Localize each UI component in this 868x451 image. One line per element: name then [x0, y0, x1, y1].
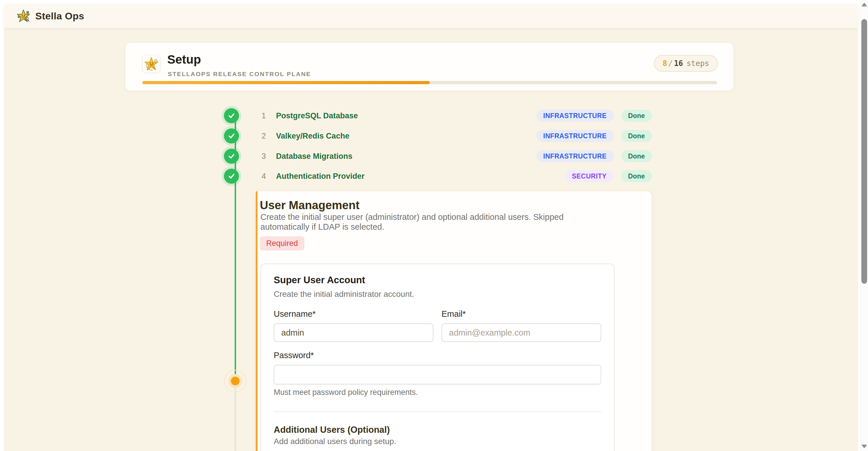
- main-content-area: Setup STELLAOPS RELEASE CONTROL PLANE 8 …: [4, 28, 858, 451]
- password-hint: Must meet password policy requirements.: [274, 388, 601, 397]
- steps-done-count: 8: [662, 59, 667, 68]
- status-badge: Done: [621, 110, 652, 122]
- category-badge: SECURITY: [565, 170, 613, 182]
- steps-label: steps: [687, 59, 709, 68]
- brand-link[interactable]: Stella Ops: [17, 9, 84, 23]
- step-number: 3: [261, 152, 272, 161]
- user-management-card: User Management Create the initial super…: [256, 191, 652, 451]
- steps-count-badge: 8 / 16 steps: [654, 55, 718, 72]
- super-user-subtitle: Create the initial administrator account…: [274, 290, 601, 299]
- scroll-down-arrow-icon[interactable]: [861, 445, 867, 448]
- check-icon: [224, 169, 239, 184]
- section-divider: [274, 411, 601, 412]
- password-input[interactable]: [274, 365, 601, 384]
- category-badge: INFRASTRUCTURE: [536, 110, 614, 122]
- status-badge: Done: [621, 150, 652, 162]
- additional-users-subtitle: Add additional users during setup.: [274, 437, 601, 446]
- status-badge: Done: [621, 130, 652, 142]
- status-badge: Done: [621, 170, 652, 182]
- email-label: Email*: [441, 309, 601, 319]
- step-number: 2: [261, 132, 272, 140]
- app-root: Stella Ops Setup STELLAOPS RE: [0, 0, 868, 451]
- setup-logo: [142, 55, 160, 73]
- additional-users-title: Additional Users (Optional): [274, 425, 601, 435]
- category-badge: INFRASTRUCTURE: [536, 150, 614, 162]
- setup-progress-card: Setup STELLAOPS RELEASE CONTROL PLANE 8 …: [126, 43, 733, 91]
- step-row-valkey-redis[interactable]: 2 Valkey/Redis Cache INFRASTRUCTURE Done: [224, 126, 652, 146]
- scroll-up-arrow-icon[interactable]: [861, 3, 867, 6]
- required-badge: Required: [260, 236, 304, 251]
- step-number: 1: [261, 111, 272, 120]
- check-icon: [224, 149, 239, 164]
- password-label: Password*: [274, 351, 601, 360]
- star-mascot-icon: [144, 56, 159, 71]
- steps-total-count: 16: [674, 59, 683, 68]
- top-header-bar: Stella Ops: [4, 4, 858, 28]
- section-title: User Management: [260, 199, 360, 212]
- step-row-auth-provider[interactable]: 4 Authentication Provider SECURITY Done: [224, 166, 652, 186]
- username-label: Username*: [274, 309, 433, 319]
- brand-name: Stella Ops: [35, 10, 84, 22]
- check-icon: [224, 108, 239, 123]
- scrollbar-thumb[interactable]: [861, 19, 867, 284]
- step-title: Valkey/Redis Cache: [276, 132, 349, 140]
- setup-progress-fill: [142, 81, 430, 84]
- super-user-title: Super User Account: [274, 275, 601, 286]
- step-row-postgresql[interactable]: 1 PostgreSQL Database INFRASTRUCTURE Don…: [224, 105, 652, 126]
- steps-separator: /: [667, 59, 674, 68]
- step-title: Authentication Provider: [276, 172, 365, 181]
- check-icon: [224, 128, 239, 143]
- current-step-dot: [231, 377, 240, 385]
- star-mascot-icon: [17, 9, 30, 23]
- step-title: PostgreSQL Database: [276, 111, 358, 120]
- super-user-panel: Super User Account Create the initial ad…: [260, 263, 615, 451]
- step-row-db-migrations[interactable]: 3 Database Migrations INFRASTRUCTURE Don…: [224, 146, 652, 166]
- email-input[interactable]: [441, 323, 601, 342]
- step-title: Database Migrations: [276, 152, 352, 161]
- page-subtitle: STELLAOPS RELEASE CONTROL PLANE: [168, 71, 311, 77]
- section-description: Create the initial super user (administr…: [260, 212, 596, 232]
- page-title: Setup: [167, 53, 201, 67]
- category-badge: INFRASTRUCTURE: [536, 130, 614, 142]
- vertical-scrollbar[interactable]: [860, 0, 868, 451]
- step-number: 4: [261, 172, 272, 181]
- username-input[interactable]: [274, 323, 433, 342]
- setup-progress-track: [142, 81, 717, 84]
